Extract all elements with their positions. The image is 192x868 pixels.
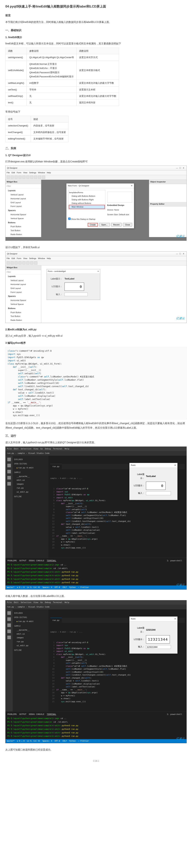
- close-icon[interactable]: ✕: [97, 270, 99, 273]
- open-editor-item[interactable]: run.py 4-edit: [14, 466, 47, 470]
- toolbar[interactable]: [5, 175, 187, 180]
- tool-icon[interactable]: [22, 261, 26, 265]
- menu-item[interactable]: File: [7, 257, 10, 259]
- maximize-icon[interactable]: ☐: [179, 252, 182, 256]
- create-button[interactable]: Create: [88, 223, 98, 226]
- file-tree-item[interactable]: images: [14, 482, 47, 486]
- menu-item[interactable]: Help: [47, 257, 51, 259]
- explorer-sidebar[interactable]: EXPLORER OPEN EDITORS run.py 4-edit SAMP…: [13, 610, 48, 711]
- widget-item[interactable]: Horizontal Spacer: [5, 213, 41, 217]
- tool-icon[interactable]: [30, 261, 33, 265]
- tool-icon[interactable]: [14, 261, 18, 265]
- widget-item[interactable]: Grid Layout: [5, 286, 41, 290]
- tool-icon[interactable]: [34, 261, 37, 265]
- tool-icon[interactable]: [18, 261, 22, 265]
- files-icon[interactable]: [7, 458, 11, 461]
- widget-item[interactable]: Tool Button: [5, 229, 41, 232]
- tree-item[interactable]: Main Window: [69, 205, 105, 209]
- menu-item[interactable]: Edit: [12, 257, 15, 259]
- menu-item[interactable]: View: [23, 172, 27, 174]
- widget-item[interactable]: Radio Button: [5, 232, 41, 237]
- menu-item[interactable]: File: [7, 601, 12, 603]
- terminal-select[interactable]: 1: powershell: [167, 559, 182, 563]
- tree-item[interactable]: Dialog with Buttons Bottom: [69, 194, 105, 198]
- extensions-icon[interactable]: [7, 482, 11, 486]
- property-panel[interactable]: Object Inspector Property Editor: [149, 180, 187, 237]
- close-icon[interactable]: ✕: [174, 464, 176, 467]
- terminal-tab[interactable]: PROBLEMS: [7, 559, 17, 562]
- vscode-menubar[interactable]: FileEditSelectionViewGoDebugTerminalHelp: [5, 447, 187, 451]
- menu-item[interactable]: Debug: [45, 601, 51, 603]
- design-canvas[interactable]: Form - centralwidget✕ Label显示： TextLabel…: [41, 266, 187, 323]
- tool-icon[interactable]: [30, 176, 33, 179]
- git-icon[interactable]: [7, 470, 11, 473]
- widget-item[interactable]: Horizontal Layout: [5, 197, 41, 201]
- menu-item[interactable]: Window: [38, 172, 45, 174]
- menubar[interactable]: FileEditFormViewSettingsWindowHelp: [5, 170, 187, 175]
- menu-item[interactable]: View: [34, 447, 38, 450]
- menu-item[interactable]: Go: [40, 447, 43, 450]
- maximize-icon[interactable]: ☐: [179, 166, 182, 170]
- terminal-panel[interactable]: PROBLEMSOUTPUTDEBUG CONSOLETERMINAL1: po…: [5, 558, 187, 586]
- files-icon[interactable]: [7, 611, 11, 615]
- widget-item[interactable]: Horizontal Layout: [5, 282, 41, 286]
- close-icon[interactable]: ✕: [182, 166, 185, 170]
- file-tree-item[interactable]: ui_edit.py: [14, 644, 47, 648]
- open-button[interactable]: Open...: [99, 223, 110, 226]
- widget-item[interactable]: Vertical Spacer: [5, 302, 41, 306]
- recent-button[interactable]: Recent: [111, 223, 122, 226]
- file-tree-item[interactable]: images: [14, 636, 47, 640]
- tool-icon[interactable]: [38, 176, 41, 179]
- line-edit-input[interactable]: [65, 292, 88, 296]
- explorer-sidebar[interactable]: EXPLORER OPEN EDITORS run.py 4-edit SAMP…: [13, 456, 48, 558]
- tool-icon[interactable]: [10, 261, 14, 265]
- tool-icon[interactable]: [42, 176, 45, 179]
- widget-item[interactable]: Horizontal Spacer: [5, 299, 41, 302]
- terminal-tab[interactable]: DEBUG CONSOLE: [29, 559, 44, 562]
- terminal-tab[interactable]: OUTPUT: [19, 713, 27, 715]
- menu-item[interactable]: Selection: [21, 601, 31, 603]
- git-icon[interactable]: [7, 623, 11, 627]
- tool-icon[interactable]: [7, 176, 10, 179]
- extensions-icon[interactable]: [7, 636, 11, 639]
- widget-item[interactable]: Vertical Spacer: [5, 217, 41, 221]
- minimize-icon[interactable]: —: [176, 252, 179, 256]
- terminal-panel[interactable]: PROBLEMSOUTPUTDEBUG CONSOLETERMINAL1: po…: [5, 711, 187, 739]
- terminal-tab[interactable]: OUTPUT: [19, 559, 27, 562]
- widget-item[interactable]: Tool Button: [5, 314, 41, 318]
- template-tree[interactable]: templates/formsDialog with Buttons Botto…: [68, 190, 105, 210]
- file-tree-item[interactable]: ui_edit.py: [14, 490, 47, 494]
- menu-item[interactable]: Debug: [45, 447, 51, 450]
- tool-icon[interactable]: [7, 261, 10, 265]
- debug-icon[interactable]: [7, 629, 11, 633]
- file-tree-item[interactable]: run.py: [14, 640, 47, 644]
- tree-item[interactable]: Widget: [69, 209, 105, 210]
- tool-icon[interactable]: [34, 176, 37, 179]
- widget-item[interactable]: Check Box: [5, 322, 41, 323]
- menubar[interactable]: FileEditFormViewSettingsWindowHelp: [5, 256, 187, 261]
- widget-item[interactable]: Radio Button: [5, 318, 41, 322]
- show-dialog-checkbox[interactable]: Show this Dialog on Startup: [68, 218, 95, 220]
- vscode-menubar[interactable]: FileEditSelectionViewGoDebugTerminalHelp: [5, 600, 187, 604]
- design-canvas[interactable]: New Form - Qt Designer✕ templates/formsD…: [41, 180, 149, 237]
- file-tree-item[interactable]: __pycache__: [14, 474, 47, 478]
- menu-item[interactable]: Window: [38, 257, 45, 259]
- file-tree-item[interactable]: __pycache__: [14, 628, 47, 632]
- menu-item[interactable]: Settings: [29, 257, 36, 259]
- editor-tab[interactable]: run.py: [50, 464, 62, 469]
- widget-box[interactable]: Widget Box Filter LayoutsVertical Layout…: [5, 266, 41, 323]
- menu-item[interactable]: Form: [17, 172, 22, 174]
- filter-input[interactable]: Filter: [5, 184, 41, 189]
- terminal-tab[interactable]: TERMINAL: [47, 559, 56, 562]
- line-edit-input[interactable]: [146, 492, 171, 495]
- tool-icon[interactable]: [22, 176, 26, 179]
- terminal-select[interactable]: 1: powershell: [167, 713, 182, 716]
- tree-item[interactable]: templates/forms: [69, 191, 105, 194]
- terminal-tab[interactable]: DEBUG CONSOLE: [29, 713, 44, 715]
- file-tree-item[interactable]: run.py: [14, 486, 47, 490]
- tool-icon[interactable]: [26, 261, 30, 265]
- menu-item[interactable]: Edit: [14, 601, 19, 603]
- menu-item[interactable]: Edit: [12, 172, 15, 174]
- widget-item[interactable]: Form Layout: [5, 290, 41, 294]
- terminal-tab[interactable]: TERMINAL: [47, 713, 56, 715]
